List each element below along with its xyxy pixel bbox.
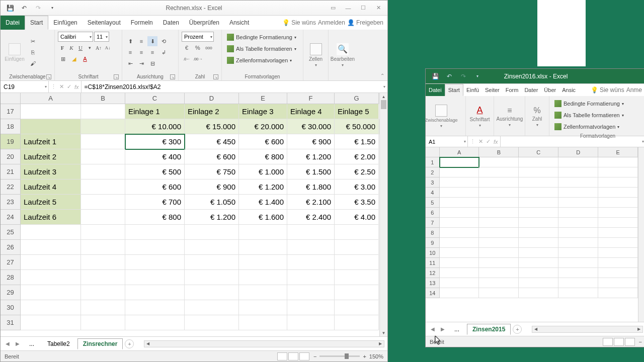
qat-dropdown-icon[interactable]: ▾ — [47, 3, 58, 14]
cell[interactable]: € 1.400 — [239, 195, 287, 210]
sheet-nav-next-icon[interactable]: ▶ — [14, 341, 22, 346]
cell[interactable] — [519, 248, 558, 258]
cell[interactable] — [440, 188, 479, 198]
cell[interactable] — [440, 198, 479, 208]
cell[interactable] — [479, 238, 519, 248]
cell[interactable]: € 600 — [185, 149, 239, 164]
col-header-A[interactable]: A — [21, 93, 81, 104]
alignment-button[interactable]: ≡Ausrichtung▾ — [497, 98, 522, 135]
cell[interactable] — [335, 270, 379, 285]
col-header-C[interactable]: C — [125, 93, 185, 104]
cell[interactable]: € 3.00 — [335, 179, 379, 195]
cell[interactable] — [598, 288, 638, 298]
percent-icon[interactable]: % — [193, 43, 203, 53]
cell[interactable] — [440, 248, 479, 258]
conditional-formatting-button[interactable]: Bedingte Formatierung▾ — [225, 32, 298, 43]
cell[interactable]: € 3.50 — [335, 195, 379, 210]
col-header-C[interactable]: C — [519, 147, 558, 157]
page-layout-view-button[interactable] — [614, 338, 624, 346]
row-header-23[interactable]: 23 — [1, 195, 21, 210]
paste-button[interactable]: Zwischenablage▾ — [429, 98, 454, 135]
row-header-3[interactable]: 3 — [426, 177, 440, 188]
save-icon[interactable]: 💾 — [5, 3, 16, 14]
bold-button[interactable]: F — [58, 43, 67, 53]
cell[interactable]: € 20.000 — [239, 119, 287, 134]
cell[interactable] — [519, 228, 558, 238]
tab-uberprufen[interactable]: Über — [541, 84, 559, 96]
cell[interactable] — [479, 198, 519, 208]
cell[interactable] — [81, 104, 125, 119]
cell[interactable] — [440, 278, 479, 288]
cell[interactable]: Einlage 4 — [287, 104, 335, 119]
cell[interactable] — [185, 225, 239, 240]
cell[interactable] — [519, 268, 558, 278]
cell-styles-button[interactable]: Zellenformatvorlagen▾ — [552, 121, 626, 132]
cut-icon[interactable]: ✂ — [28, 36, 38, 46]
row-header-9[interactable]: 9 — [426, 238, 440, 248]
cell[interactable]: € 600 — [125, 179, 185, 195]
cell[interactable]: Einlage 5 — [335, 104, 379, 119]
sheet-nav-prev-icon[interactable]: ◀ — [4, 341, 12, 346]
cell[interactable] — [287, 240, 335, 255]
cell[interactable] — [239, 315, 287, 330]
redo-icon[interactable]: ↷ — [33, 3, 44, 14]
cell[interactable] — [335, 300, 379, 315]
cell[interactable] — [287, 300, 335, 315]
cell[interactable] — [558, 188, 598, 198]
number-button[interactable]: %Zahl▾ — [528, 98, 546, 135]
row-header-29[interactable]: 29 — [1, 285, 21, 300]
cell[interactable] — [558, 278, 598, 288]
number-format-select[interactable]: Prozent — [182, 32, 214, 42]
cell[interactable] — [335, 285, 379, 300]
cell[interactable] — [21, 240, 81, 255]
col-header-E[interactable]: E — [598, 147, 638, 157]
vertical-scrollbar[interactable] — [638, 147, 644, 322]
cell[interactable] — [440, 167, 479, 177]
cell[interactable] — [21, 285, 81, 300]
col-header-B[interactable]: B — [81, 93, 125, 104]
cell[interactable]: Laufzeit 4 — [21, 179, 81, 195]
tab-seitenlayout[interactable]: Seitenlayout — [83, 16, 126, 30]
row-header-7[interactable]: 7 — [426, 218, 440, 228]
cell[interactable] — [479, 177, 519, 188]
tab-ansicht[interactable]: Ansic — [559, 84, 579, 96]
fill-color-icon[interactable]: ◢ — [69, 54, 79, 64]
normal-view-button[interactable] — [603, 338, 613, 346]
cell[interactable] — [287, 315, 335, 330]
align-bottom-icon[interactable]: ⬇ — [147, 36, 157, 46]
horizontal-scrollbar[interactable]: ◀ ▶ — [532, 326, 643, 333]
tab-start[interactable]: Start — [445, 84, 463, 96]
tab-daten[interactable]: Daten — [158, 16, 184, 30]
cell[interactable] — [239, 285, 287, 300]
cell[interactable]: € 30.000 — [287, 119, 335, 134]
sheet-nav-next-icon[interactable]: ▶ — [439, 326, 447, 332]
cell[interactable] — [598, 218, 638, 228]
cell[interactable] — [81, 195, 125, 210]
sign-in[interactable]: Anmelden — [318, 19, 345, 26]
fx-icon[interactable]: fx — [74, 84, 79, 90]
cell[interactable] — [558, 288, 598, 298]
cell[interactable] — [239, 270, 287, 285]
cell[interactable] — [81, 149, 125, 164]
undo-icon[interactable]: ↶ — [19, 3, 30, 14]
row-header-26[interactable]: 26 — [1, 240, 21, 255]
cell[interactable] — [440, 268, 479, 278]
tell-me[interactable]: 💡Sie wüns — [282, 19, 316, 26]
cell[interactable]: € 450 — [185, 134, 239, 149]
align-top-icon[interactable]: ⬆ — [125, 36, 135, 46]
indent-inc-icon[interactable]: ⇥ — [136, 58, 146, 68]
cell[interactable]: € 1.000 — [239, 164, 287, 179]
cell[interactable] — [479, 167, 519, 177]
page-break-view-button[interactable] — [299, 352, 309, 360]
cell[interactable] — [519, 238, 558, 248]
cell[interactable] — [440, 288, 479, 298]
cell[interactable] — [185, 255, 239, 270]
hscroll-right-icon[interactable]: ▶ — [635, 326, 642, 332]
share-button[interactable]: 👤Freigeben — [347, 19, 383, 26]
row-header-1[interactable]: 1 — [426, 157, 440, 167]
cell[interactable] — [440, 177, 479, 188]
spreadsheet-grid[interactable]: A B C D E 1234567891011121314 — [426, 147, 638, 322]
cell[interactable] — [558, 157, 598, 167]
tab-seitenlayout[interactable]: Seiter — [482, 84, 503, 96]
cell[interactable] — [440, 258, 479, 268]
